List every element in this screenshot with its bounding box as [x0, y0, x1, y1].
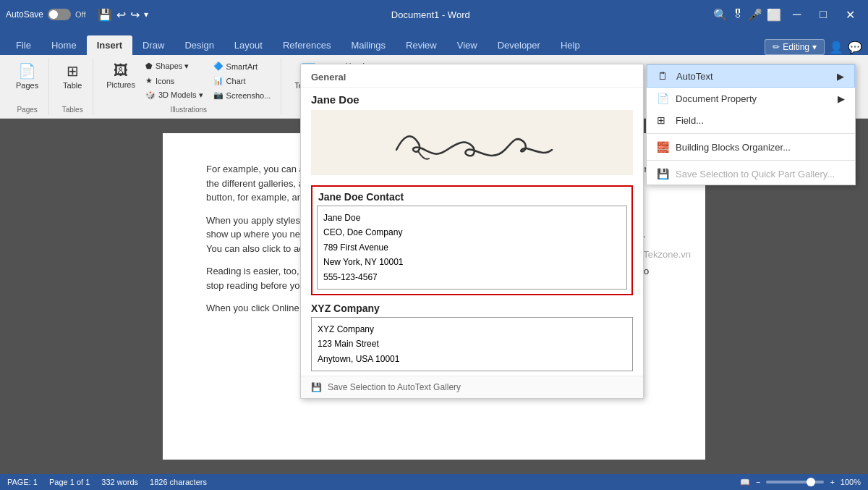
tab-layout[interactable]: Layout — [224, 35, 273, 55]
zoom-in-icon[interactable]: + — [830, 478, 834, 486]
redo-icon[interactable]: ↪ — [130, 8, 140, 22]
contact-line-2: CEO, Doe Company — [323, 225, 621, 240]
smartart-button[interactable]: 🔷 SmartArt — [209, 59, 276, 73]
3d-models-button[interactable]: 🎲 3D Models ▾ — [141, 88, 208, 102]
status-right: 📖 − + 100% — [740, 478, 861, 487]
signature-svg — [375, 114, 570, 172]
minimize-button[interactable]: ─ — [786, 0, 808, 29]
screenshot-label: Screensho... — [226, 91, 271, 100]
tab-review[interactable]: Review — [396, 35, 447, 55]
title-bar: AutoSave Off 💾 ↩ ↪ ▾ Document1 - Word 🔍 … — [0, 0, 868, 29]
context-menu-document-property[interactable]: 📄 Document Property ▶ — [647, 88, 855, 109]
page-indicator: PAGE: 1 — [7, 478, 38, 486]
status-bar: PAGE: 1 Page 1 of 1 332 words 1826 chara… — [0, 474, 868, 490]
dropdown-header: General — [301, 64, 643, 88]
context-menu-field[interactable]: ⊞ Field... — [647, 109, 855, 131]
editing-button[interactable]: ✏ Editing ▾ — [765, 39, 825, 55]
tab-draw[interactable]: Draw — [132, 35, 174, 55]
zoom-level: 100% — [841, 478, 861, 486]
word-count: 332 words — [101, 478, 138, 486]
ribbon-group-tables: ⊞ Table Tables — [52, 58, 93, 115]
tab-developer[interactable]: Developer — [488, 35, 550, 55]
chart-icon: 📊 — [213, 76, 224, 85]
tab-references[interactable]: References — [273, 35, 341, 55]
smartart-icon: 🔷 — [213, 62, 224, 71]
close-button[interactable]: ✕ — [838, 0, 862, 29]
undo-icon[interactable]: ↩ — [116, 8, 126, 22]
title-bar-left: AutoSave Off 💾 ↩ ↪ ▾ — [6, 8, 148, 22]
zoom-out-icon[interactable]: − — [756, 478, 760, 486]
tab-view[interactable]: View — [447, 35, 488, 55]
ribbon-icon[interactable]: 🎖 — [732, 8, 744, 21]
zoom-slider[interactable] — [766, 481, 824, 483]
signature-image — [311, 110, 633, 175]
save-icon[interactable]: 💾 — [98, 8, 112, 22]
off-label: Off — [75, 10, 85, 19]
screenshot-icon: 📷 — [213, 90, 224, 100]
autotext-arrow-icon: ▶ — [837, 71, 844, 82]
illustrations-col: ⬟ Shapes ▾ ★ Icons 🎲 3D Models ▾ — [141, 59, 208, 102]
contact-title: Jane Doe Contact — [312, 187, 631, 206]
ribbon-tabs: File Home Insert Draw Design Layout Refe… — [0, 29, 868, 55]
company-title: XYZ Company — [311, 300, 633, 317]
dropdown-footer[interactable]: 💾 Save Selection to AutoText Gallery — [301, 376, 643, 398]
company-line-2: 123 Main Street — [318, 337, 626, 351]
tab-design[interactable]: Design — [174, 35, 224, 55]
icons-icon: ★ — [145, 76, 153, 85]
autosave-area: AutoSave Off — [6, 9, 86, 20]
company-line-3: Anytown, USA 10001 — [318, 352, 626, 366]
illustrations-col2: 🔷 SmartArt 📊 Chart 📷 Screensho... — [209, 59, 276, 102]
comment-icon[interactable]: 💬 — [848, 41, 862, 54]
context-menu-save-selection: 💾 Save Selection to Quick Part Gallery..… — [647, 163, 855, 185]
present-icon[interactable]: ⬜ — [767, 8, 781, 22]
icons-button[interactable]: ★ Icons — [141, 74, 208, 88]
field-label: Field... — [676, 115, 704, 126]
title-right: 🔍 🎖 🎤 ⬜ ─ □ ✕ — [713, 0, 862, 29]
company-line-1: XYZ Company — [318, 322, 626, 337]
pages-items: 📄 Pages — [12, 59, 43, 106]
autotext-label: AutoText — [676, 71, 713, 82]
shapes-icon: ⬟ — [145, 62, 153, 71]
tab-insert[interactable]: Insert — [87, 35, 132, 55]
tab-mailings[interactable]: Mailings — [341, 35, 396, 55]
search-icon[interactable]: 🔍 — [713, 8, 728, 22]
save-selection-label: Save Selection to Quick Part Gallery... — [676, 169, 835, 179]
autotext-icon: 🗒 — [658, 70, 669, 82]
context-menu-autotext[interactable]: 🗒 AutoText ▶ — [647, 64, 855, 88]
smartart-label: SmartArt — [226, 62, 258, 71]
view-icon-1[interactable]: 📖 — [740, 478, 750, 487]
tab-help[interactable]: Help — [550, 35, 590, 55]
chart-button[interactable]: 📊 Chart — [209, 74, 276, 88]
table-button[interactable]: ⊞ Table — [58, 59, 87, 93]
autotext-dropdown-panel: General Jane Doe Jane Doe Contact Jane D… — [300, 64, 644, 399]
character-count: 1826 characters — [150, 478, 207, 486]
pages-icon: 📄 — [18, 62, 36, 80]
mic-icon[interactable]: 🎤 — [748, 8, 762, 22]
ribbon-group-illustrations: 🖼 Pictures ⬟ Shapes ▾ ★ Icons 🎲 3D Model… — [96, 58, 281, 115]
ribbon-group-pages: 📄 Pages Pages — [6, 58, 49, 115]
context-menu-building-blocks[interactable]: 🧱 Building Blocks Organizer... — [647, 136, 855, 158]
screenshot-button[interactable]: 📷 Screensho... — [209, 88, 276, 102]
building-blocks-label: Building Blocks Organizer... — [676, 142, 791, 153]
table-label: Table — [63, 81, 82, 90]
watermark: Tekzone.vn — [643, 249, 691, 260]
pictures-label: Pictures — [106, 80, 135, 89]
restore-button[interactable]: □ — [812, 0, 834, 29]
pages-button[interactable]: 📄 Pages — [12, 59, 43, 93]
shapes-label: Shapes ▾ — [156, 62, 189, 71]
tab-file[interactable]: File — [6, 35, 41, 55]
zoom-slider-thumb — [807, 478, 815, 486]
contact-line-3: 789 First Avenue — [323, 240, 621, 255]
shapes-button[interactable]: ⬟ Shapes ▾ — [141, 59, 208, 73]
autosave-toggle[interactable] — [48, 9, 71, 20]
dropdown-entry-janedoe: Jane Doe — [301, 88, 643, 181]
company-details: XYZ Company 123 Main Street Anytown, USA… — [311, 317, 633, 371]
share-icon[interactable]: 👤 — [829, 41, 843, 54]
tables-group-label: Tables — [62, 106, 83, 114]
autosave-label: AutoSave — [6, 9, 43, 20]
contact-details: Jane Doe CEO, Doe Company 789 First Aven… — [317, 206, 627, 290]
pictures-button[interactable]: 🖼 Pictures — [102, 59, 140, 92]
dropdown-company: XYZ Company XYZ Company 123 Main Street … — [311, 300, 633, 371]
doc-property-label: Document Property — [676, 93, 757, 104]
tab-home[interactable]: Home — [41, 35, 87, 55]
